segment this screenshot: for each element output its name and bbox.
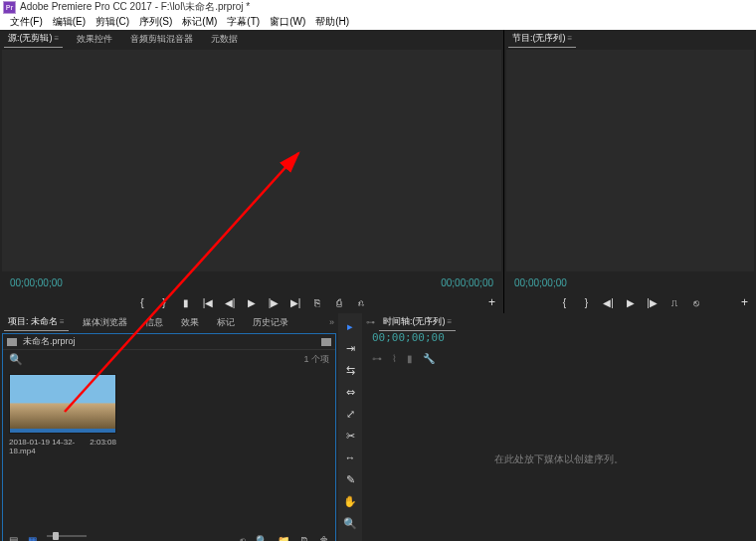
icon-view-icon[interactable]: ▦ [28,535,37,542]
mark-in-icon[interactable]: { [559,296,571,308]
mark-in-icon[interactable]: { [136,296,148,308]
timeline-hint: 在此处放下媒体以创建序列。 [494,452,624,466]
insert-icon[interactable]: ⎘ [311,296,323,308]
add-button-icon[interactable]: + [488,295,495,309]
clip-filename: 2018-01-19 14-32-18.mp4 [9,438,90,455]
tab-effects[interactable]: 效果 [177,314,203,331]
tab-source[interactable]: 源:(无剪辑)≡ [4,30,63,48]
timeline-tools: ⊶ ⌇ ▮ 🔧 [362,349,756,367]
breadcrumb-project: 未命名.prproj [23,335,76,348]
close-icon[interactable]: ≡ [55,34,60,43]
step-fwd-icon[interactable]: |▶ [647,296,659,308]
hand-tool-icon[interactable]: ✋ [343,494,357,508]
workspace: 源:(无剪辑)≡ 效果控件 音频剪辑混音器 元数据 00;00;00;00 00… [0,30,756,541]
menu-window[interactable]: 窗口(W) [266,14,309,30]
tool-palette: ▸ ⇥ ⇆ ⇔ ⤢ ✂ ↔ ✎ ✋ 🔍 T [338,313,362,541]
zoom-slider[interactable] [47,535,87,537]
play-icon[interactable]: ▶ [625,296,637,308]
tab-program[interactable]: 节目:(无序列)≡ [508,30,576,48]
source-tc-right: 00;00;00;00 [441,277,493,288]
tab-project[interactable]: 项目: 未命名≡ [4,313,69,331]
program-tc-left[interactable]: 00;00;00;00 [514,277,567,288]
razor-tool-icon[interactable]: ✂ [343,429,357,443]
tab-timeline[interactable]: 时间轴:(无序列)≡ [379,313,456,331]
snap-icon[interactable]: ⊶ [366,317,375,327]
source-transport: { } ▮ |◀ ◀| ▶ |▶ ▶| ⎘ ⎙ ⎌ + [0,291,503,313]
settings-icon[interactable]: 🔧 [423,353,435,364]
step-fwd-icon[interactable]: |▶ [268,296,280,308]
tab-media-browser[interactable]: 媒体浏览器 [79,314,131,331]
new-bin-icon[interactable]: 📁 [278,535,289,542]
close-icon[interactable]: ≡ [448,317,453,326]
rolling-tool-icon[interactable]: ⇔ [343,385,357,399]
clip-item[interactable]: 2018-01-19 14-32-18.mp4 2:03:08 [9,374,116,455]
find-icon[interactable]: 🔍 [256,535,268,542]
source-tabs: 源:(无剪辑)≡ 效果控件 音频剪辑混音器 元数据 [0,30,503,48]
track-select-tool-icon[interactable]: ⇥ [343,341,357,355]
menu-marker[interactable]: 标记(M) [178,14,221,30]
project-tabs: 项目: 未命名≡ 媒体浏览器 信息 效果 标记 历史记录 » [0,313,338,331]
mark-out-icon[interactable]: } [581,296,593,308]
source-panel: 源:(无剪辑)≡ 效果控件 音频剪辑混音器 元数据 00;00;00;00 00… [0,30,504,313]
export-frame-icon[interactable]: ⎌ [355,296,367,308]
menu-edit[interactable]: 编辑(E) [49,14,90,30]
search-icon[interactable]: 🔍 [9,353,23,366]
go-in-icon[interactable]: |◀ [202,296,214,308]
tab-markers[interactable]: 标记 [213,314,239,331]
delete-icon[interactable]: 🗑 [319,535,329,542]
step-back-icon[interactable]: ◀| [224,296,236,308]
program-transport: { } ◀| ▶ |▶ ⎍ ⎋ + [504,291,756,313]
menu-bar: 文件(F) 编辑(E) 剪辑(C) 序列(S) 标记(M) 字幕(T) 窗口(W… [0,14,756,30]
menu-help[interactable]: 帮助(H) [311,14,353,30]
source-monitor[interactable] [2,50,501,271]
mark-out-icon[interactable]: } [158,296,170,308]
selection-tool-icon[interactable]: ▸ [343,319,357,333]
clip-thumbnail[interactable] [9,374,116,434]
overwrite-icon[interactable]: ⎙ [333,296,345,308]
panel-menu-icon[interactable]: » [329,317,334,327]
program-monitor[interactable] [506,50,754,271]
go-out-icon[interactable]: ▶| [289,296,301,308]
link-icon[interactable]: ⌇ [392,353,397,364]
tab-audio-mixer[interactable]: 音频剪辑混音器 [126,31,197,48]
close-icon[interactable]: ≡ [60,317,65,326]
tab-metadata[interactable]: 元数据 [207,31,242,48]
rate-tool-icon[interactable]: ⤢ [343,407,357,421]
slip-tool-icon[interactable]: ↔ [343,451,357,464]
menu-file[interactable]: 文件(F) [6,14,47,30]
app-logo: Pr [3,1,16,14]
project-breadcrumb[interactable]: 未命名.prproj [3,334,335,350]
list-view-icon[interactable]: ▤ [9,535,18,542]
zoom-tool-icon[interactable]: 🔍 [343,516,357,530]
extract-icon[interactable]: ⎋ [690,296,702,308]
close-icon[interactable]: ≡ [568,34,573,43]
timeline-drop-area[interactable]: 在此处放下媒体以创建序列。 [362,367,756,541]
source-tc-left[interactable]: 00;00;00;00 [10,277,63,288]
lift-icon[interactable]: ⎍ [668,296,680,308]
timeline-tc[interactable]: 00;00;00;00 [362,331,756,349]
add-button-icon[interactable]: + [741,295,748,309]
program-panel: 节目:(无序列)≡ 00;00;00;00 { } ◀| ▶ |▶ ⎍ ⎋ + [504,30,756,313]
app-title: Adobe Premiere Pro CC 2017 - F:\lol\未命名.… [20,0,250,14]
ripple-tool-icon[interactable]: ⇆ [343,363,357,377]
clip-grid[interactable]: 2018-01-19 14-32-18.mp4 2:03:08 [3,368,335,531]
new-item-icon[interactable]: 🗎 [299,535,309,542]
title-bar: Pr Adobe Premiere Pro CC 2017 - F:\lol\未… [0,0,756,14]
tab-effect-controls[interactable]: 效果控件 [73,31,116,48]
auto-sequence-icon[interactable]: ⎋ [240,535,246,542]
tab-history[interactable]: 历史记录 [249,314,292,331]
menu-title[interactable]: 字幕(T) [223,14,264,30]
marker-icon[interactable]: ▮ [180,296,192,308]
step-back-icon[interactable]: ◀| [603,296,615,308]
menu-sequence[interactable]: 序列(S) [135,14,176,30]
timeline-panel: ⊶ 时间轴:(无序列)≡ 00;00;00;00 ⊶ ⌇ ▮ 🔧 在此处放下媒体… [362,313,756,541]
snap-icon[interactable]: ⊶ [372,353,382,364]
project-panel: 项目: 未命名≡ 媒体浏览器 信息 效果 标记 历史记录 » 未命名.prpro… [0,313,338,541]
menu-clip[interactable]: 剪辑(C) [92,14,133,30]
clip-duration: 2:03:08 [90,438,116,455]
marker-icon[interactable]: ▮ [407,353,413,364]
play-icon[interactable]: ▶ [246,296,258,308]
bin-icon[interactable] [321,338,331,346]
pen-tool-icon[interactable]: ✎ [343,472,357,486]
tab-info[interactable]: 信息 [141,314,167,331]
